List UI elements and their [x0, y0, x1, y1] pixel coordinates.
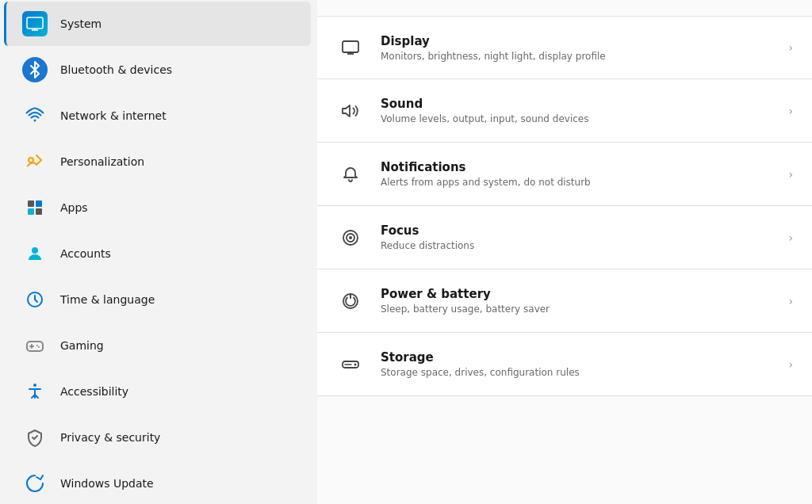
- storage-subtitle: Storage space, drives, configuration rul…: [381, 367, 772, 378]
- sound-title: Sound: [381, 97, 772, 111]
- gaming-icon: [22, 333, 48, 358]
- sidebar-label-update: Windows Update: [60, 477, 154, 490]
- notifications-title: Notifications: [381, 160, 772, 174]
- sidebar-label-network: Network & internet: [60, 109, 167, 122]
- main-content: Display Monitors, brightness, night ligh…: [317, 0, 812, 504]
- display-chevron: ›: [788, 41, 793, 54]
- focus-chevron: ›: [788, 231, 793, 244]
- focus-subtitle: Reduce distractions: [381, 240, 772, 251]
- settings-card-power[interactable]: Power & battery Sleep, battery usage, ba…: [317, 269, 812, 333]
- apps-icon: [22, 195, 48, 220]
- storage-title: Storage: [381, 350, 772, 365]
- storage-chevron: ›: [788, 358, 793, 371]
- sidebar-item-bluetooth[interactable]: Bluetooth & devices: [6, 48, 311, 92]
- focus-card-icon: [336, 223, 365, 252]
- notifications-chevron: ›: [788, 168, 793, 181]
- svg-rect-18: [343, 41, 358, 52]
- notifications-card-text: Notifications Alerts from apps and syste…: [381, 160, 772, 188]
- settings-card-focus[interactable]: Focus Reduce distractions ›: [317, 206, 812, 269]
- sidebar-item-network[interactable]: Network & internet: [6, 94, 311, 138]
- svg-point-4: [29, 158, 33, 162]
- svg-point-23: [349, 236, 352, 239]
- network-icon: [22, 103, 48, 128]
- svg-rect-7: [28, 208, 34, 215]
- svg-point-16: [33, 384, 36, 387]
- sidebar-label-bluetooth: Bluetooth & devices: [60, 63, 172, 76]
- sidebar-item-accessibility[interactable]: Accessibility: [6, 369, 311, 414]
- settings-card-display[interactable]: Display Monitors, brightness, night ligh…: [317, 16, 812, 79]
- sound-card-text: Sound Volume levels, output, input, soun…: [381, 97, 772, 124]
- svg-point-3: [34, 120, 36, 122]
- sidebar-label-accessibility: Accessibility: [60, 385, 128, 398]
- sidebar-label-personalization: Personalization: [60, 155, 144, 168]
- sidebar-item-update[interactable]: Windows Update: [6, 461, 311, 504]
- sidebar: System Bluetooth & devices Network & int…: [0, 0, 317, 504]
- sidebar-item-privacy[interactable]: Privacy & security: [6, 415, 311, 460]
- settings-card-notifications[interactable]: Notifications Alerts from apps and syste…: [317, 143, 812, 206]
- time-icon: [22, 287, 48, 312]
- svg-point-9: [32, 247, 38, 254]
- power-title: Power & battery: [381, 287, 772, 301]
- power-card-text: Power & battery Sleep, battery usage, ba…: [381, 287, 772, 315]
- system-icon: [22, 11, 48, 36]
- personalization-icon: [22, 149, 48, 174]
- svg-rect-5: [28, 200, 34, 207]
- sidebar-item-apps[interactable]: Apps: [6, 185, 311, 230]
- svg-rect-8: [36, 208, 42, 215]
- notifications-subtitle: Alerts from apps and system, do not dist…: [381, 177, 772, 188]
- storage-card-icon: [336, 350, 365, 379]
- settings-card-sound[interactable]: Sound Volume levels, output, input, soun…: [317, 79, 812, 143]
- display-card-icon: [336, 33, 365, 62]
- update-icon: [22, 471, 48, 496]
- sidebar-item-system[interactable]: System: [4, 2, 311, 46]
- sidebar-item-time[interactable]: Time & language: [6, 277, 311, 322]
- svg-point-15: [38, 346, 40, 348]
- power-subtitle: Sleep, battery usage, battery saver: [381, 304, 772, 315]
- power-chevron: ›: [788, 295, 793, 307]
- bluetooth-icon: [22, 57, 48, 82]
- privacy-icon: [22, 425, 48, 450]
- focus-title: Focus: [381, 223, 772, 238]
- sidebar-label-system: System: [60, 17, 102, 30]
- sidebar-label-time: Time & language: [60, 293, 155, 306]
- accessibility-icon: [22, 379, 48, 404]
- power-card-icon: [336, 287, 365, 315]
- storage-card-text: Storage Storage space, drives, configura…: [381, 350, 772, 378]
- sidebar-label-gaming: Gaming: [60, 339, 104, 352]
- display-subtitle: Monitors, brightness, night light, displ…: [381, 51, 772, 62]
- sidebar-label-accounts: Accounts: [60, 247, 111, 260]
- svg-point-14: [36, 345, 38, 346]
- settings-card-storage[interactable]: Storage Storage space, drives, configura…: [317, 333, 812, 396]
- sidebar-item-accounts[interactable]: Accounts: [6, 231, 311, 276]
- sidebar-label-apps: Apps: [60, 201, 88, 214]
- notifications-card-icon: [336, 160, 365, 189]
- sidebar-label-privacy: Privacy & security: [60, 431, 160, 444]
- display-card-text: Display Monitors, brightness, night ligh…: [381, 34, 772, 62]
- accounts-icon: [22, 241, 48, 266]
- focus-card-text: Focus Reduce distractions: [381, 223, 772, 251]
- display-title: Display: [381, 34, 772, 48]
- sound-chevron: ›: [788, 105, 793, 117]
- sound-subtitle: Volume levels, output, input, sound devi…: [381, 113, 772, 124]
- sidebar-item-personalization[interactable]: Personalization: [6, 139, 311, 184]
- svg-point-27: [354, 363, 357, 365]
- svg-rect-0: [27, 17, 43, 29]
- svg-rect-6: [36, 200, 42, 207]
- sound-card-icon: [336, 97, 365, 125]
- sidebar-item-gaming[interactable]: Gaming: [6, 323, 311, 368]
